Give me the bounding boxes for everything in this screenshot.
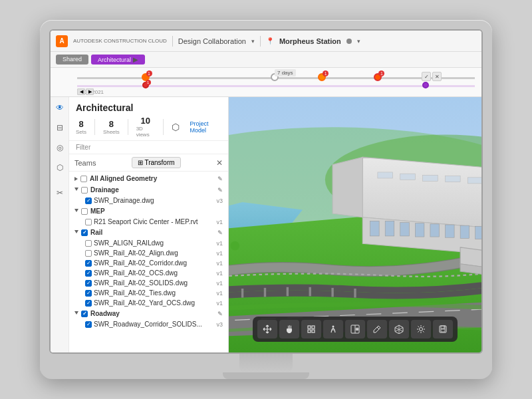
svg-rect-25 (378, 172, 393, 178)
stat-3dviews-number: 10 (140, 116, 150, 126)
sidebar-icon-eye[interactable]: 👁 (53, 101, 66, 114)
checkbox-mep[interactable] (81, 208, 88, 215)
project-model-link[interactable]: Project Model (190, 120, 221, 134)
edit-rail[interactable]: ✎ (217, 229, 223, 236)
tool-settings[interactable] (411, 320, 431, 338)
view-3d[interactable] (229, 97, 481, 352)
project-name[interactable]: Morpheus Station (279, 37, 341, 45)
checkbox-rail-solids[interactable]: ✓ (85, 280, 92, 287)
label-rail-ties: SWR_Rail_Alt-02_Ties.dwg (94, 289, 176, 297)
checkbox-roadway[interactable]: ✓ (81, 311, 88, 317)
svg-rect-23 (460, 225, 469, 238)
edit-roadway[interactable]: ✎ (217, 311, 223, 317)
nav-box-1[interactable]: ◀ (77, 88, 85, 95)
checkbox-aligned[interactable] (80, 176, 87, 182)
checkbox-rail-align[interactable] (85, 240, 92, 247)
module-name[interactable]: Design Collaboration (178, 37, 246, 45)
tree-item-rail-yard: ✓ SWR_Rail_Alt-02_Yard_OCS.dwg v1 (69, 298, 228, 308)
label-mep: MEP (90, 207, 105, 215)
divider2 (260, 36, 261, 47)
tool-fit[interactable] (301, 320, 321, 338)
teams-toolbar: Teams ⊞ Transform ✕ (69, 154, 228, 172)
checkbox-rail-yard[interactable]: ✓ (85, 300, 92, 307)
scroll-nav-cross[interactable]: ✕ (432, 72, 442, 81)
triangle-drainage[interactable] (74, 188, 78, 193)
version-rail-alt-align: v1 (216, 250, 223, 257)
version-rail-ties: v1 (216, 290, 223, 297)
dropdown-arrow[interactable]: ▾ (251, 38, 255, 45)
tree-item-rail-corridor: ✓ SWR_Rail_Alt-02_Corridor.dwg v1 (69, 258, 228, 268)
tool-walk[interactable] (323, 320, 343, 338)
sidebar-icon-layers[interactable]: ⊟ (53, 121, 66, 134)
nav-box-2[interactable]: ▶ (86, 88, 94, 95)
tree-item-rail-alt-align: SWR_Rail_Alt-02_Align.dwg v1 (69, 248, 228, 258)
filter-bar: Filter (69, 141, 228, 154)
timeline-bar: 1 1 1 1 03/04/2021 7 da (51, 68, 481, 97)
label-roadway: Roadway (90, 310, 120, 317)
checkbox-mep-rvt[interactable] (85, 219, 92, 225)
svg-rect-28 (446, 176, 461, 182)
timeline-days-label: 7 days (275, 69, 296, 76)
triangle-aligned[interactable] (74, 177, 78, 181)
filter-label: Filter (76, 144, 90, 151)
scroll-nav: ✓ ✕ (422, 72, 442, 81)
svg-rect-24 (475, 226, 481, 239)
scroll-nav-check[interactable]: ✓ (422, 72, 431, 81)
tool-pan[interactable] (279, 320, 299, 338)
sidebar-icon-globe[interactable]: ◎ (53, 141, 66, 154)
tool-model[interactable] (389, 320, 409, 338)
edit-aligned[interactable]: ✎ (217, 176, 223, 182)
svg-point-52 (420, 328, 423, 331)
file-tree: All Aligned Geometry ✎ Drainage ✎ ✓ SWR_… (69, 172, 228, 352)
checkbox-rail-alt-align[interactable] (85, 250, 92, 257)
svg-point-35 (231, 241, 240, 251)
checkbox-drainage[interactable] (81, 187, 88, 194)
monitor-screen: A AUTODESK CONSTRUCTION CLOUD Design Col… (49, 29, 483, 354)
close-button[interactable]: ✕ (216, 158, 223, 168)
tool-split[interactable] (345, 320, 365, 338)
transform-button[interactable]: ⊞ Transform (132, 157, 181, 168)
checkbox-rail-corridor[interactable]: ✓ (85, 260, 92, 267)
svg-rect-27 (423, 175, 438, 181)
stat-sets: 8 Sets (76, 119, 86, 135)
panel-stats: 8 Sets 8 Sheets 10 3D views (76, 116, 221, 138)
timeline-arch-node-2 (422, 82, 429, 88)
svg-line-47 (377, 327, 379, 329)
svg-rect-37 (308, 326, 311, 329)
checkbox-rail-ocs[interactable]: ✓ (85, 270, 92, 277)
svg-rect-26 (400, 174, 416, 180)
tool-save[interactable] (433, 320, 453, 338)
tool-move[interactable] (257, 320, 277, 338)
tab-shared[interactable]: Shared (56, 55, 88, 65)
toolbar-bottom (253, 317, 458, 342)
stat-div2 (128, 119, 128, 135)
stat-sets-number: 8 (78, 119, 83, 129)
version-rail-align: v1 (216, 240, 223, 247)
project-arrow[interactable]: ▾ (357, 38, 360, 45)
triangle-mep[interactable] (74, 209, 78, 214)
nav-box-controls: ◀ ▶ (77, 88, 94, 95)
left-panel: Architectural 8 Sets 8 Sheets (69, 97, 229, 352)
version-rail-ocs: v1 (216, 270, 223, 277)
label-aligned: All Aligned Geometry (90, 175, 157, 182)
timeline-node-3: 1 (318, 73, 326, 81)
sidebar-icon-section[interactable]: ✂ (53, 186, 66, 200)
label-rail-yard: SWR_Rail_Alt-02_Yard_OCS.dwg (94, 299, 195, 307)
triangle-roadway[interactable] (74, 311, 78, 317)
edit-drainage[interactable]: ✎ (217, 187, 223, 194)
checkbox-roadway-solids[interactable]: ✓ (85, 321, 92, 328)
sidebar-icon-model[interactable]: ⬡ (53, 161, 66, 174)
tool-markup[interactable] (367, 320, 387, 338)
checkbox-rail-ties[interactable]: ✓ (85, 290, 92, 297)
tree-item-rail-solids: ✓ SWR_Rail_Alt-02_SOLIDS.dwg v1 (69, 278, 228, 288)
project-dot (346, 39, 352, 44)
checkbox-drainage-dwg[interactable]: ✓ (85, 198, 92, 204)
stat-sheets-label: Sheets (103, 129, 120, 135)
panel-title: Architectural (76, 102, 221, 113)
tab-architectural[interactable]: Architectural ▶ (91, 55, 145, 65)
triangle-rail[interactable] (74, 230, 78, 235)
tab-arch-arrow: ▶ (133, 56, 138, 63)
scene-svg (229, 97, 481, 352)
panel-tabs: Shared Architectural ▶ (51, 52, 481, 68)
checkbox-rail[interactable]: ✓ (81, 229, 88, 236)
